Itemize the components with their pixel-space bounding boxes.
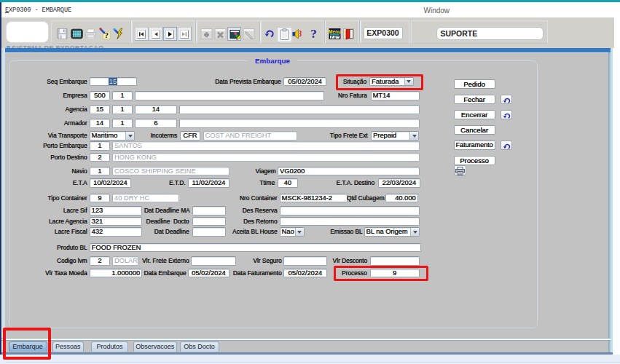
svg-text:?: ? xyxy=(104,31,109,39)
svg-text:?: ? xyxy=(310,27,317,41)
svg-text:Menu: Menu xyxy=(329,29,341,34)
